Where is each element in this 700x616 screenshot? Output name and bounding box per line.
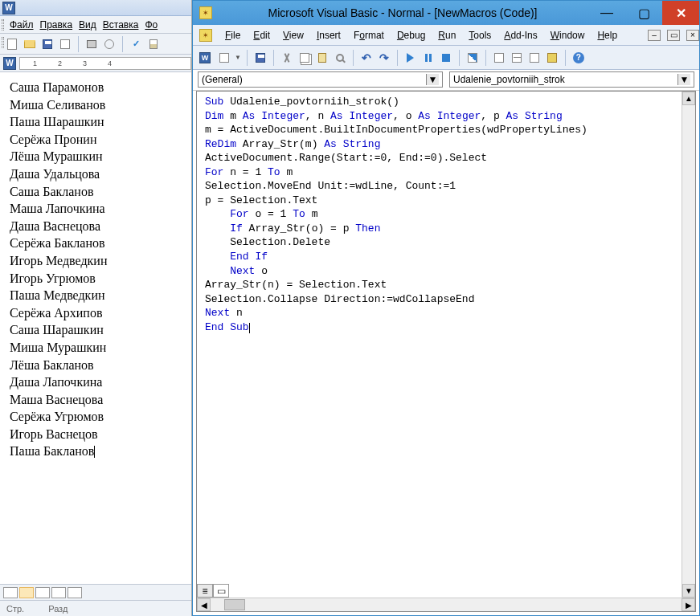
design-mode-button[interactable] (465, 51, 480, 65)
vba-menubar[interactable]: ✶ File Edit View Insert Format Debug Run… (193, 25, 699, 46)
save-button[interactable] (40, 37, 55, 51)
horizontal-scrollbar[interactable]: ◀ ▶ (197, 598, 695, 611)
code-line: Next o (205, 264, 692, 279)
project-icon (494, 53, 504, 63)
scroll-up-button[interactable]: ▲ (682, 92, 695, 105)
find-button[interactable] (333, 51, 347, 65)
horizontal-ruler[interactable]: 1 2 3 4 (19, 57, 191, 70)
menu-edit[interactable]: Правка (40, 19, 73, 31)
menu-addins[interactable]: Add-Ins (499, 28, 542, 43)
new-doc-icon (7, 39, 17, 50)
view-word-button[interactable]: W (199, 51, 214, 65)
menu-view[interactable]: Вид (79, 19, 96, 31)
properties-window-button[interactable] (510, 51, 524, 65)
preview-icon (104, 39, 114, 49)
scroll-left-button[interactable]: ◀ (197, 598, 211, 611)
print-button[interactable] (84, 37, 99, 51)
break-button[interactable] (421, 51, 436, 65)
copy-button[interactable] (297, 51, 312, 65)
mdi-restore-button[interactable]: ▭ (667, 30, 680, 41)
help-button[interactable]: ? (571, 51, 586, 65)
print-preview-button[interactable] (102, 37, 117, 51)
code-line: Next n (205, 306, 692, 320)
full-module-view-button[interactable]: ▭ (213, 584, 229, 598)
dropdown-arrow-icon[interactable]: ▼ (235, 54, 241, 61)
reading-view-button[interactable] (68, 587, 82, 598)
word-menubar[interactable]: Файл Правка Вид Вставка Фо (0, 16, 191, 34)
new-doc-button[interactable] (5, 37, 19, 51)
mdi-minimize-button[interactable]: – (648, 30, 661, 41)
normal-view-button[interactable] (3, 587, 18, 598)
object-dropdown[interactable]: (General) ▼ (198, 71, 443, 88)
menu-insert[interactable]: Вставка (103, 19, 139, 31)
undo-button[interactable]: ↶ (359, 51, 374, 65)
outline-view-button[interactable] (51, 587, 66, 598)
scroll-thumb[interactable] (224, 599, 245, 610)
menu-view[interactable]: View (278, 28, 309, 43)
maximize-button[interactable]: ▢ (625, 1, 662, 25)
scroll-down-button[interactable]: ▼ (682, 584, 695, 598)
procedure-dropdown[interactable]: Udalenie_povtorniih_strok ▼ (449, 71, 694, 88)
redo-icon: ↷ (379, 51, 389, 64)
redo-button[interactable]: ↷ (377, 51, 391, 65)
menu-edit-label: Правка (40, 19, 73, 31)
paste-button[interactable] (315, 51, 330, 65)
web-layout-view-button[interactable] (35, 587, 50, 598)
doc-line: Даша Лапочкина (10, 373, 183, 391)
doc-line: Даша Удальцова (10, 165, 183, 183)
menu-file[interactable]: Файл (10, 19, 34, 31)
code-editor[interactable]: Sub Udalenie_povtorniih_strok() Dim m As… (197, 92, 695, 611)
vba-titlebar[interactable]: ✶ Microsoft Visual Basic - Normal - [New… (193, 1, 699, 25)
mdi-close-button[interactable]: × (686, 30, 699, 41)
cut-button[interactable] (280, 51, 294, 65)
procedure-view-button[interactable]: ≡ (197, 584, 213, 598)
spellcheck-icon: ✓ (133, 39, 140, 49)
menu-help[interactable]: Help (592, 28, 622, 43)
object-browser-button[interactable] (527, 51, 542, 65)
project-explorer-button[interactable] (492, 51, 506, 65)
toolbar-grip-icon[interactable] (2, 19, 4, 31)
menu-insert[interactable]: Insert (312, 28, 346, 43)
menu-format[interactable]: Format (349, 28, 389, 43)
doc-line: Миша Селиванов (10, 96, 183, 114)
menu-run[interactable]: Run (433, 28, 461, 43)
minimize-button[interactable]: — (588, 1, 625, 25)
menu-tools[interactable]: Tools (464, 28, 496, 43)
scroll-right-button[interactable]: ▶ (682, 598, 695, 611)
save-button[interactable] (253, 51, 268, 65)
procedure-dropdown-value: Udalenie_povtorniih_strok (453, 74, 565, 85)
print-layout-view-button[interactable] (19, 587, 34, 598)
copy-icon (300, 53, 309, 63)
menu-edit[interactable]: Edit (248, 28, 275, 43)
close-button[interactable]: ✕ (662, 1, 699, 25)
permission-button[interactable] (58, 37, 72, 51)
doc-line: Игорь Медведкин (10, 252, 183, 270)
vba-standard-toolbar: W ▼ ↶ ↷ ? (193, 46, 699, 70)
menu-file[interactable]: File (220, 28, 245, 43)
document-body[interactable]: Саша Парамонов Миша Селиванов Паша Шараш… (0, 72, 191, 584)
code-line: Array_Str(n) = Selection.Text (205, 278, 692, 292)
open-button[interactable] (23, 37, 37, 51)
code-line: ReDim Array_Str(m) As String (205, 137, 692, 152)
chevron-down-icon: ▼ (677, 74, 690, 85)
vertical-scrollbar[interactable]: ▲ ▼ (682, 92, 695, 598)
design-icon (468, 53, 477, 63)
vba-app-icon: ✶ (199, 6, 212, 19)
object-browser-icon (530, 53, 539, 63)
toolbox-button[interactable] (545, 51, 559, 65)
spellcheck-button[interactable]: ✓ (129, 37, 143, 51)
code-object-proc-dropdowns: (General) ▼ Udalenie_povtorniih_strok ▼ (193, 70, 699, 91)
run-button[interactable] (403, 51, 418, 65)
doc-line: Маша Лапочкина (10, 200, 183, 218)
research-button[interactable] (146, 37, 161, 51)
doc-line: Миша Мурашкин (10, 339, 183, 357)
menu-debug[interactable]: Debug (392, 28, 430, 43)
reset-button[interactable] (439, 51, 453, 65)
menu-format[interactable]: Фо (145, 19, 158, 31)
menu-window[interactable]: Window (546, 28, 590, 43)
toolbar-grip-icon[interactable] (2, 37, 4, 48)
code-pane: Sub Udalenie_povtorniih_strok() Dim m As… (196, 91, 696, 612)
run-icon (407, 53, 414, 63)
menu-file-label: Файл (10, 19, 34, 31)
insert-module-button[interactable] (217, 51, 231, 65)
